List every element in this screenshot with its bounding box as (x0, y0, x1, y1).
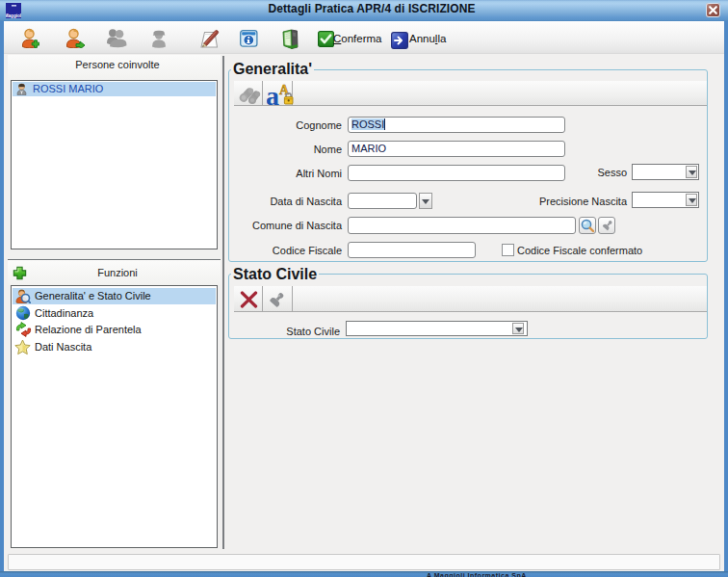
svg-text:Maggioli: Maggioli (6, 13, 21, 18)
svg-text:a: a (267, 82, 279, 107)
svg-text:A: A (279, 83, 290, 97)
